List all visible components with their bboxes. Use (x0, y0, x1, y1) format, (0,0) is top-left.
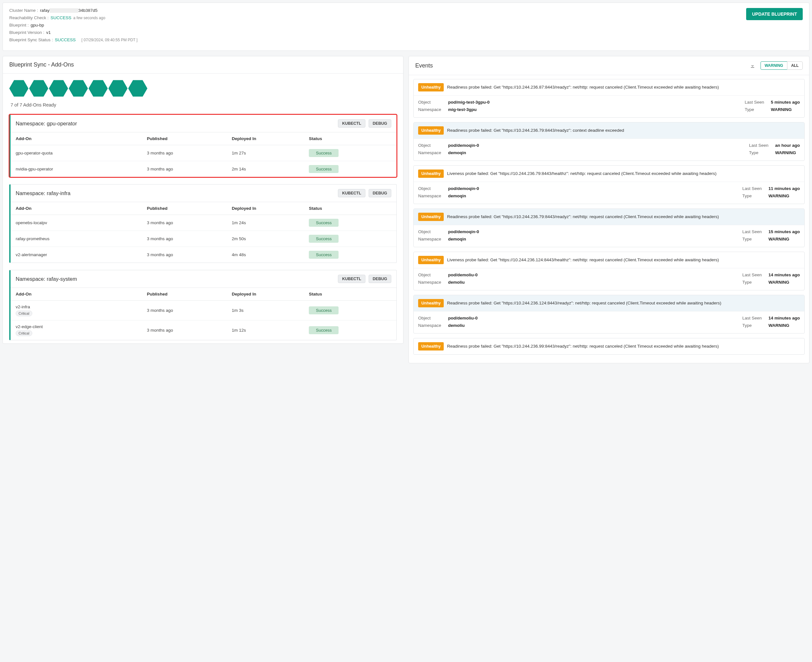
event-object-value: pod/demoqin-0 (448, 186, 479, 191)
cluster-name-label: Cluster Name : (9, 8, 38, 13)
event-badge: Unhealthy (418, 213, 444, 221)
namespace-header: Namespace: gpu-operatorKUBECTLDEBUG (11, 115, 396, 132)
namespace-title: Namespace: rafay-system (16, 276, 77, 282)
event-details-row: Object pod/demoqin-0Namespace demoqinLas… (414, 138, 804, 161)
blueprint-value: gpu-bp (31, 23, 44, 27)
published-cell: 3 months ago (141, 320, 227, 340)
event-message-row: UnhealthyReadiness probe failed: Get "ht… (414, 209, 804, 225)
event-lastseen-value: 15 minutes ago (769, 229, 800, 234)
critical-badge: Critical (16, 310, 32, 316)
reachability-row: Reachability Check : SUCCESS a few secon… (9, 15, 803, 20)
event-badge: Unhealthy (418, 126, 444, 135)
event-object-value: pod/mig-test-3gpu-0 (448, 100, 490, 104)
event-object-label: Object (418, 315, 447, 322)
event-object-label: Object (418, 99, 447, 106)
event-type-label: Type (742, 193, 767, 200)
kubectl-button[interactable]: KUBECTL (338, 275, 365, 283)
published-cell: 3 months ago (141, 145, 227, 161)
addons-header: Blueprint Sync - Add-Ons (3, 56, 403, 74)
table-row: nvidia-gpu-operator3 months ago2m 14sSuc… (11, 161, 396, 177)
event-lastseen-label: Last Seen (749, 142, 774, 149)
debug-button[interactable]: DEBUG (369, 189, 391, 197)
sync-status-timestamp: [ 07/29/2024, 09:40:55 PM PDT ] (82, 38, 138, 42)
download-icon[interactable] (749, 63, 756, 68)
event-namespace-value: demoqin (448, 150, 466, 155)
addon-name-cell: v2-alertmanager (11, 247, 141, 263)
critical-badge: Critical (16, 330, 32, 336)
event-message-row: UnhealthyReadiness probe failed: Get "ht… (414, 338, 804, 354)
table-row: v2-edge-clientCritical3 months ago1m 12s… (11, 320, 396, 340)
status-cell: Success (304, 161, 396, 177)
blueprint-label: Blueprint : (9, 23, 29, 27)
event-namespace-label: Namespace (418, 236, 447, 243)
event-card: UnhealthyReadiness probe failed: Get "ht… (413, 338, 805, 355)
event-lastseen-label: Last Seen (742, 315, 767, 322)
event-type-label: Type (742, 279, 767, 286)
kubectl-button[interactable]: KUBECTL (338, 119, 365, 128)
debug-button[interactable]: DEBUG (369, 119, 391, 128)
event-details-row: Object pod/mig-test-3gpu-0Namespace mig-… (414, 95, 804, 117)
event-namespace-label: Namespace (418, 322, 447, 329)
namespace-title: Namespace: rafay-infra (16, 190, 71, 196)
deployed-cell: 4m 48s (227, 247, 304, 263)
event-lastseen-label: Last Seen (742, 272, 767, 279)
addons-table: Add-OnPublishedDeployed InStatusv2-infra… (11, 288, 396, 340)
deployed-cell: 1m 24s (227, 215, 304, 231)
kubectl-button[interactable]: KUBECTL (338, 189, 365, 197)
event-details-row: Object pod/demoqin-0Namespace demoqinLas… (414, 182, 804, 204)
event-card: UnhealthyReadiness probe failed: Get "ht… (413, 295, 805, 334)
debug-button[interactable]: DEBUG (369, 275, 391, 283)
deployed-cell: 2m 50s (227, 231, 304, 247)
event-card: UnhealthyLiveness probe failed: Get "htt… (413, 166, 805, 204)
event-type-value: WARNING (771, 107, 791, 112)
namespace-card: Namespace: gpu-operatorKUBECTLDEBUGAdd-O… (9, 114, 397, 177)
addon-hex-icon (9, 80, 29, 96)
deployed-cell: 1m 27s (227, 145, 304, 161)
event-lastseen-value: 11 minutes ago (769, 186, 800, 191)
cluster-name-value: rafay34b387d5 (40, 8, 98, 13)
col-status: Status (304, 202, 396, 215)
events-header: Events WARNING ALL (409, 56, 809, 75)
col-addon: Add-On (11, 288, 141, 300)
event-card: UnhealthyReadiness probe failed: Get "ht… (413, 209, 805, 247)
status-badge: Success (309, 251, 339, 259)
event-type-label: Type (745, 106, 769, 114)
published-cell: 3 months ago (141, 231, 227, 247)
addons-panel: Blueprint Sync - Add-Ons 7 of 7 Add-Ons … (3, 56, 403, 344)
event-namespace-label: Namespace (418, 279, 447, 286)
blueprint-version-label: Blueprint Version : (9, 30, 45, 35)
sync-status-value: SUCCESS (55, 37, 76, 42)
addons-title: Blueprint Sync - Add-Ons (9, 61, 74, 68)
event-type-label: Type (749, 149, 774, 157)
col-published: Published (141, 202, 227, 215)
event-namespace-value: demoliu (448, 323, 465, 328)
addon-hex-icon (108, 80, 128, 96)
col-status: Status (304, 132, 396, 145)
status-badge: Success (309, 149, 339, 157)
deployed-cell: 2m 14s (227, 161, 304, 177)
addon-name-cell: nvidia-gpu-operator (11, 161, 141, 177)
event-type-label: Type (742, 322, 767, 329)
status-cell: Success (304, 231, 396, 247)
event-lastseen-label: Last Seen (742, 228, 767, 236)
status-cell: Success (304, 247, 396, 263)
addons-ready-text: 7 of 7 Add-Ons Ready (11, 102, 397, 108)
col-deployed: Deployed In (227, 288, 304, 300)
sync-status-label: Blueprint Sync Status : (9, 37, 53, 42)
blueprint-row: Blueprint : gpu-bp (9, 23, 803, 27)
event-type-label: Type (742, 236, 767, 243)
status-badge: Success (309, 306, 339, 314)
table-row: gpu-operator-quota3 months ago1m 27sSucc… (11, 145, 396, 161)
update-blueprint-button[interactable]: UPDATE BLUEPRINT (746, 8, 803, 20)
addons-hex-status (9, 80, 397, 96)
status-badge: Success (309, 235, 339, 243)
status-cell: Success (304, 145, 396, 161)
event-namespace-value: demoqin (448, 193, 466, 198)
event-lastseen-label: Last Seen (745, 99, 769, 106)
event-details-row: Object pod/demoliu-0Namespace demoliuLas… (414, 311, 804, 333)
obscured-segment (50, 8, 78, 13)
filter-all-button[interactable]: ALL (787, 61, 803, 70)
filter-warning-button[interactable]: WARNING (761, 61, 787, 70)
namespace-header: Namespace: rafay-infraKUBECTLDEBUG (11, 185, 396, 202)
event-message-row: UnhealthyReadiness probe failed: Get "ht… (414, 122, 804, 138)
